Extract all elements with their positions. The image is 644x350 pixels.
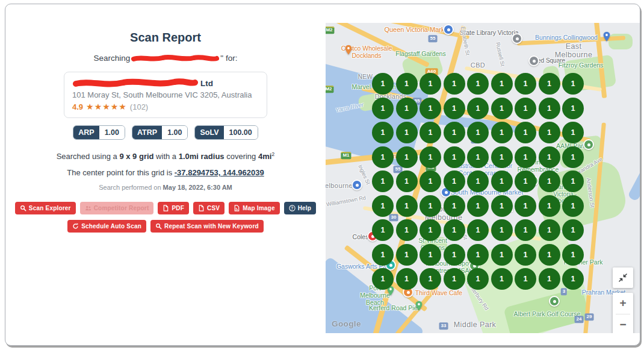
grid-rank-pin[interactable]: 1 [562, 244, 584, 266]
grid-rank-pin[interactable]: 1 [396, 219, 418, 241]
grid-rank-pin[interactable]: 1 [396, 146, 418, 168]
grid-rank-pin[interactable]: 1 [444, 73, 465, 95]
grid-rank-pin[interactable]: 1 [539, 219, 560, 241]
grid-rank-pin[interactable]: 1 [444, 146, 465, 168]
grid-rank-pin[interactable]: 1 [444, 244, 465, 266]
grid-rank-pin[interactable]: 1 [467, 98, 489, 119]
competitor-report-button[interactable]: Competitor Report [80, 202, 154, 214]
grid-rank-pin[interactable]: 1 [444, 170, 465, 192]
grid-rank-pin[interactable]: 1 [372, 122, 394, 143]
grid-rank-pin[interactable]: 1 [515, 219, 536, 241]
grid-rank-pin[interactable]: 1 [491, 98, 513, 119]
grid-rank-pin[interactable]: 1 [396, 73, 418, 95]
grid-rank-pin[interactable]: 1 [372, 98, 394, 119]
grid-rank-pin[interactable]: 1 [491, 146, 513, 168]
ingles-st-label: Ingles St [357, 164, 371, 186]
grid-rank-pin[interactable]: 1 [491, 268, 513, 290]
metric-value: 100.00 [224, 126, 258, 139]
grid-rank-pin[interactable]: 1 [372, 170, 394, 192]
grid-rank-pin[interactable]: 1 [372, 244, 394, 266]
pdf-button[interactable]: PDF [158, 202, 189, 214]
grid-rank-pin[interactable]: 1 [467, 268, 489, 290]
grid-rank-pin[interactable]: 1 [562, 268, 584, 290]
grid-rank-pin[interactable]: 1 [539, 170, 560, 192]
melbourne-edge-label: elbourne [326, 182, 353, 190]
grid-rank-pin[interactable]: 1 [420, 219, 441, 241]
grid-rank-pin[interactable]: 1 [539, 146, 560, 168]
grid-rank-pin[interactable]: 1 [539, 244, 560, 266]
grid-rank-pin[interactable]: 1 [515, 146, 536, 168]
scan-explorer-button[interactable]: Scan Explorer [15, 202, 76, 214]
grid-rank-pin[interactable]: 1 [539, 268, 560, 290]
grid-rank-pin[interactable]: 1 [396, 268, 418, 290]
grid-rank-pin[interactable]: 1 [562, 219, 584, 241]
grid-rank-pin[interactable]: 1 [562, 122, 584, 143]
grid-rank-pin[interactable]: 1 [444, 268, 465, 290]
grid-rank-pin[interactable]: 1 [467, 122, 489, 143]
grid-rank-pin[interactable]: 1 [467, 146, 489, 168]
grid-rank-pin[interactable]: 1 [396, 98, 418, 119]
grid-rank-pin[interactable]: 1 [515, 98, 536, 119]
grid-rank-pin[interactable]: 1 [491, 122, 513, 143]
grid-rank-pin[interactable]: 1 [372, 146, 394, 168]
grid-rank-pin[interactable]: 1 [444, 195, 465, 217]
grid-rank-pin[interactable]: 1 [420, 73, 441, 95]
grid-rank-pin[interactable]: 1 [420, 268, 441, 290]
road-badge-29: 29 [585, 313, 594, 320]
grid-rank-pin[interactable]: 1 [491, 219, 513, 241]
grid-rank-pin[interactable]: 1 [396, 122, 418, 143]
grid-rank-pin[interactable]: 1 [372, 268, 394, 290]
grid-rank-pin[interactable]: 1 [444, 98, 465, 119]
grid-rank-pin[interactable]: 1 [396, 195, 418, 217]
grid-rank-pin[interactable]: 1 [491, 73, 513, 95]
grid-rank-pin[interactable]: 1 [396, 244, 418, 266]
grid-rank-pin[interactable]: 1 [372, 73, 394, 95]
grid-map[interactable]: + − Google Queen Victoria MarketState Li… [326, 23, 640, 333]
grid-rank-pin[interactable]: 1 [420, 122, 441, 143]
schedule-auto-scan-button[interactable]: Schedule Auto Scan [67, 220, 146, 233]
grid-rank-pin[interactable]: 1 [562, 73, 584, 95]
grid-rank-pin[interactable]: 1 [515, 170, 536, 192]
grid-rank-pin[interactable]: 1 [420, 195, 441, 217]
grid-rank-pin[interactable]: 1 [467, 170, 489, 192]
grid-rank-pin[interactable]: 1 [491, 195, 513, 217]
grid-rank-pin[interactable]: 1 [515, 73, 536, 95]
grid-size: 9 x 9 grid [119, 152, 153, 161]
grid-rank-pin[interactable]: 1 [396, 170, 418, 192]
grid-rank-pin[interactable]: 1 [444, 122, 465, 143]
grid-rank-pin[interactable]: 1 [562, 195, 584, 217]
repeat-scan-new-keyword-button[interactable]: Repeat Scan with New Keyword [150, 220, 264, 233]
grid-rank-pin[interactable]: 1 [467, 219, 489, 241]
map-collapse-button[interactable] [613, 267, 633, 288]
grid-rank-pin[interactable]: 1 [372, 195, 394, 217]
grid-rank-pin[interactable]: 1 [372, 219, 394, 241]
map-image-button[interactable]: Map Image [229, 202, 279, 214]
grid-rank-pin[interactable]: 1 [467, 73, 489, 95]
grid-rank-pin[interactable]: 1 [539, 122, 560, 143]
grid-rank-pin[interactable]: 1 [467, 244, 489, 266]
csv-button[interactable]: CSV [193, 202, 224, 214]
grid-rank-pin[interactable]: 1 [562, 170, 584, 192]
grid-rank-pin[interactable]: 1 [562, 146, 584, 168]
grid-rank-pin[interactable]: 1 [467, 195, 489, 217]
grid-rank-pin[interactable]: 1 [420, 244, 441, 266]
grid-rank-pin[interactable]: 1 [515, 244, 536, 266]
zoom-in-button[interactable]: + [613, 293, 633, 314]
grid-rank-pin[interactable]: 1 [491, 244, 513, 266]
grid-rank-pin[interactable]: 1 [515, 195, 536, 217]
grid-rank-pin[interactable]: 1 [539, 73, 560, 95]
grid-rank-pin[interactable]: 1 [539, 195, 560, 217]
zoom-out-button[interactable]: − [613, 314, 633, 334]
business-name: Ltd [72, 78, 259, 88]
grid-rank-pin[interactable]: 1 [515, 122, 536, 143]
grid-rank-pin[interactable]: 1 [539, 98, 560, 119]
help-button[interactable]: ?Help [284, 202, 316, 214]
grid-rank-pin[interactable]: 1 [420, 146, 441, 168]
grid-rank-pin[interactable]: 1 [420, 98, 441, 119]
grid-rank-pin[interactable]: 1 [444, 219, 465, 241]
grid-rank-pin[interactable]: 1 [420, 170, 441, 192]
grid-rank-pin[interactable]: 1 [562, 98, 584, 119]
center-point-link[interactable]: -37.8294753, 144.962039 [175, 168, 264, 177]
grid-rank-pin[interactable]: 1 [491, 170, 513, 192]
grid-rank-pin[interactable]: 1 [515, 268, 536, 290]
